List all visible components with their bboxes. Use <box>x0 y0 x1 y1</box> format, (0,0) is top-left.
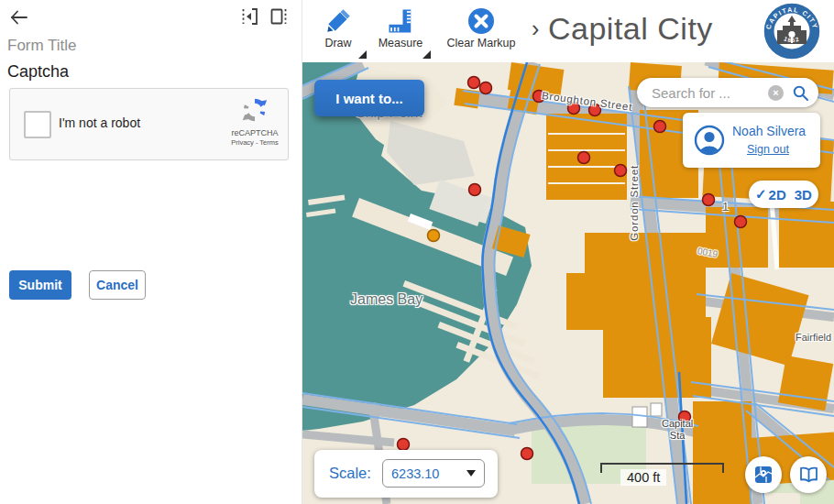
map-canvas[interactable]: Ship Point James Bay Broughton Street Go… <box>302 62 834 504</box>
search-bar: × <box>637 78 818 107</box>
scalebar-label: 400 ft <box>620 469 666 486</box>
recaptcha-brand: reCAPTCHA <box>229 128 280 137</box>
panel-dock-controls <box>240 6 289 27</box>
form-title: Form Title <box>7 37 77 55</box>
chevron-down-icon <box>466 470 476 477</box>
scale-value: 6233.10 <box>391 466 466 481</box>
scale-label: Scale: <box>329 465 371 482</box>
recaptcha-widget: I'm not a robot reCAPTCHA Privacy - Term… <box>9 88 289 160</box>
check-icon: ✓ <box>755 186 767 203</box>
measure-dropdown-caret[interactable] <box>422 50 431 59</box>
label-capital-station: Capital Sta <box>662 418 693 442</box>
bookmarks-button[interactable] <box>790 456 827 493</box>
sign-out-link[interactable]: Sign out <box>747 143 789 156</box>
back-icon[interactable] <box>7 5 31 29</box>
search-input[interactable] <box>650 84 768 102</box>
submit-button[interactable]: Submit <box>9 270 71 300</box>
clear-markup-label: Clear Markup <box>446 37 515 49</box>
view-3d-button[interactable]: 3D <box>795 187 812 203</box>
toolbar-overflow-chevron[interactable]: › <box>532 16 539 42</box>
captcha-section-title: Captcha <box>7 62 69 82</box>
app-root: Form Title Captcha I'm not a robot reCAP… <box>0 0 834 504</box>
user-name: Noah Silvera <box>732 124 806 138</box>
view-mode-toggle: ✓2D 3D <box>749 181 818 208</box>
scale-card: Scale: 6233.10 <box>314 450 498 498</box>
search-clear-icon[interactable]: × <box>768 85 784 101</box>
ruler-icon <box>387 6 414 36</box>
app-title: Capital City <box>548 11 713 47</box>
i-want-to-button[interactable]: I want to... <box>314 80 424 116</box>
draw-tool-button[interactable]: Draw <box>312 6 365 49</box>
label-district: Fairfield <box>796 332 831 343</box>
user-card: Noah Silvera Sign out <box>683 113 820 168</box>
draw-dropdown-caret[interactable] <box>358 50 367 59</box>
search-icon[interactable] <box>792 84 809 102</box>
measure-tool-label: Measure <box>379 37 423 49</box>
form-panel: Form Title Captcha I'm not a robot reCAP… <box>0 0 302 504</box>
draw-tool-label: Draw <box>324 37 351 49</box>
dock-expand-icon[interactable] <box>269 6 289 27</box>
cancel-button[interactable]: Cancel <box>89 270 146 300</box>
map-toolbar: Draw Measure Clear Ma <box>302 0 834 62</box>
dock-collapse-icon[interactable] <box>240 6 260 27</box>
basemap-icon <box>753 465 774 485</box>
clear-x-icon <box>466 6 496 36</box>
scalebar: 400 ft <box>600 463 724 473</box>
city-logo: CAPITAL CITY 1862 <box>763 2 821 60</box>
label-james-bay: James Bay <box>350 291 422 308</box>
recaptcha-logo-icon <box>241 96 269 124</box>
dock-marker <box>428 230 440 242</box>
basemap-button[interactable] <box>745 456 782 493</box>
recaptcha-label: I'm not a robot <box>59 115 140 130</box>
clear-markup-button[interactable]: Clear Markup <box>438 6 524 49</box>
user-icon <box>694 125 725 156</box>
view-2d-button[interactable]: ✓2D <box>755 186 786 203</box>
pencil-icon <box>324 6 352 36</box>
book-icon <box>798 466 819 484</box>
map-region: Draw Measure Clear Ma <box>302 0 834 504</box>
recaptcha-privacy-terms[interactable]: Privacy - Terms <box>229 138 280 147</box>
label-house-number: 1 <box>722 200 729 214</box>
label-gordon-street: Gordon Street <box>629 165 640 241</box>
recaptcha-checkbox[interactable] <box>24 111 51 138</box>
scale-dropdown[interactable]: 6233.10 <box>382 459 485 488</box>
measure-tool-button[interactable]: Measure <box>370 6 431 49</box>
